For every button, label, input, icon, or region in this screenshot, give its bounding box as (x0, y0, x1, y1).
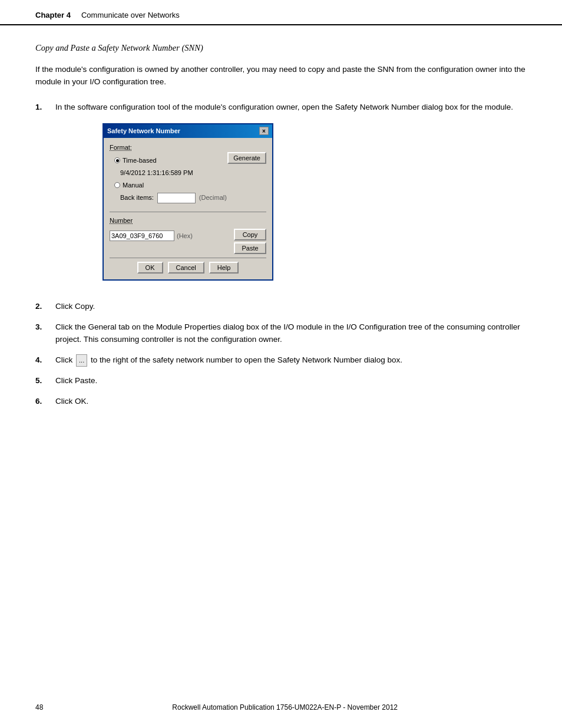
ellipsis-button[interactable]: ... (76, 354, 87, 367)
manual-radio[interactable] (114, 182, 120, 188)
ok-button[interactable]: OK (137, 262, 163, 274)
generate-button[interactable]: Generate (227, 152, 266, 164)
section-title: Copy and Paste a Safety Network Number (… (35, 43, 527, 53)
cancel-button[interactable]: Cancel (168, 262, 204, 274)
format-left: Format: Time-based (110, 143, 227, 207)
number-input-area: (Hex) (110, 229, 234, 241)
step-content: Click ... to the right of the safety net… (55, 354, 527, 367)
step-text: Click OK. (55, 397, 88, 406)
number-label: Number (110, 216, 266, 226)
chapter-label: Chapter 4 (35, 11, 71, 19)
safety-network-dialog: Safety Network Number × (103, 123, 273, 281)
back-items-input[interactable] (157, 193, 196, 203)
back-items-row: Back items: (Decimal) (120, 193, 227, 203)
footer-center: Rockwell Automation Publication 1756-UM0… (172, 703, 398, 711)
step-text: Click the General tab on the Module Prop… (55, 322, 520, 344)
help-button[interactable]: Help (209, 262, 239, 274)
decimal-label: (Decimal) (199, 193, 227, 203)
step-number: 5. (35, 375, 55, 387)
timestamp-text: 9/4/2012 1:31:16:589 PM (120, 168, 227, 178)
step-text: In the software configuration tool of th… (55, 103, 513, 111)
hex-label: (Hex) (177, 231, 193, 241)
step-content: Click the General tab on the Module Prop… (55, 321, 527, 346)
back-items-label: Back items: (120, 193, 154, 203)
dialog-divider (110, 212, 266, 212)
page-footer: 48 Rockwell Automation Publication 1756-… (35, 703, 527, 711)
dialog-titlebar: Safety Network Number × (104, 124, 272, 138)
manual-label: Manual (123, 180, 144, 190)
format-label-text: Format: (110, 144, 132, 151)
copy-paste-buttons: Copy Paste (234, 229, 266, 254)
steps-list: 1. In the software configuration tool of… (35, 101, 527, 408)
list-item: 4. Click ... to the right of the safety … (35, 354, 527, 367)
generate-btn-area: Generate (227, 143, 266, 164)
list-item: 1. In the software configuration tool of… (35, 101, 527, 292)
step-content: Click Copy. (55, 301, 527, 313)
time-based-radio-label[interactable]: Time-based (114, 156, 157, 166)
step-text-before: Click (55, 355, 72, 364)
dialog-bottom-buttons: OK Cancel Help (110, 258, 266, 276)
step-content: Click OK. (55, 396, 527, 408)
main-content: Copy and Paste a Safety Network Number (… (0, 25, 562, 463)
number-input[interactable] (110, 230, 174, 241)
manual-row: Manual (114, 180, 227, 190)
dialog-close-button[interactable]: × (259, 127, 269, 135)
step-number: 4. (35, 354, 55, 367)
manual-radio-label[interactable]: Manual (114, 180, 144, 190)
format-label: Format: (110, 143, 227, 153)
list-item: 2. Click Copy. (35, 301, 527, 313)
step-content: Click Paste. (55, 375, 527, 387)
time-based-label: Time-based (123, 156, 157, 166)
number-area: (Hex) Copy Paste (110, 229, 266, 254)
time-based-row: Time-based (114, 156, 227, 166)
intro-paragraph: If the module's configuration is owned b… (35, 64, 527, 88)
copy-button[interactable]: Copy (234, 229, 266, 241)
step-number: 3. (35, 321, 55, 346)
step-text: Click Copy. (55, 302, 95, 311)
list-item: 5. Click Paste. (35, 375, 527, 387)
dialog-wrapper: Safety Network Number × (103, 123, 527, 281)
format-header: Format: Time-based (110, 143, 266, 207)
dialog-body: Format: Time-based (104, 138, 272, 279)
section-label: Communicate over Networks (81, 11, 180, 19)
step-text-after: to the right of the safety network numbe… (91, 355, 402, 364)
number-row: (Hex) (110, 230, 234, 241)
list-item: 3. Click the General tab on the Module P… (35, 321, 527, 346)
step-number: 1. (35, 101, 55, 292)
dialog-title: Safety Network Number (107, 126, 180, 136)
time-based-radio[interactable] (114, 157, 120, 163)
step-number: 2. (35, 301, 55, 313)
page-header: Chapter 4 Communicate over Networks (0, 0, 562, 25)
step-text: Click Paste. (55, 376, 97, 385)
format-section: Format: Time-based (110, 143, 266, 207)
number-section: Number (Hex) (110, 216, 266, 254)
paste-button[interactable]: Paste (234, 242, 266, 254)
step-number: 6. (35, 396, 55, 408)
page: Chapter 4 Communicate over Networks Copy… (0, 0, 562, 728)
list-item: 6. Click OK. (35, 396, 527, 408)
page-number: 48 (35, 703, 43, 711)
step-content: In the software configuration tool of th… (55, 101, 527, 292)
